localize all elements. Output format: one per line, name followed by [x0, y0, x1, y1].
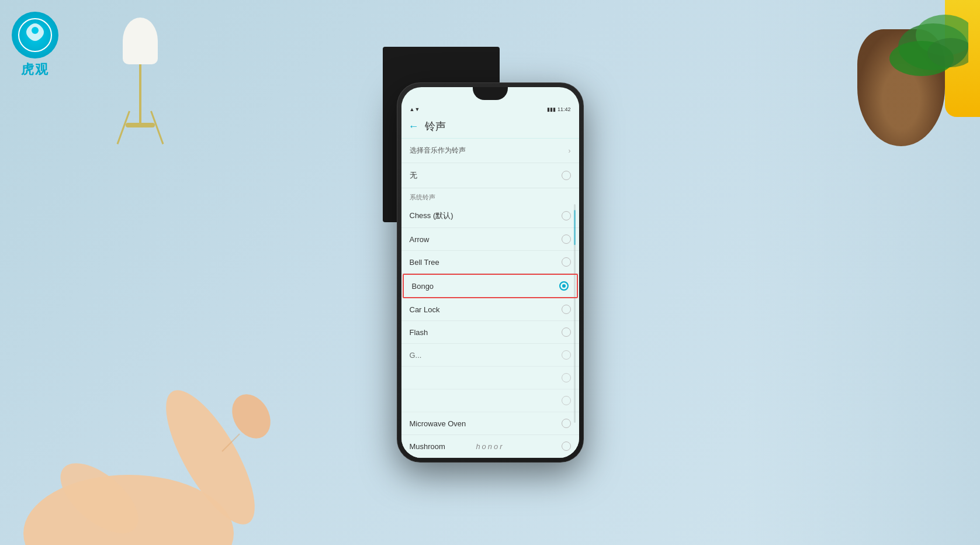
battery-icon: ▮▮▮: [547, 106, 556, 112]
radio-car-lock[interactable]: [562, 305, 571, 314]
radio-microwave-oven[interactable]: [562, 419, 571, 428]
ringtone-item-arrow[interactable]: Arrow: [401, 228, 579, 251]
ringtone-name-bell-tree: Bell Tree: [410, 258, 439, 267]
ringtone-item-car-lock[interactable]: Car Lock: [401, 298, 579, 321]
ringtone-name-chess: Chess (默认): [410, 211, 453, 221]
music-select-row[interactable]: 选择音乐作为铃声 ›: [401, 139, 579, 163]
ringtone-item-chess[interactable]: Chess (默认): [401, 204, 579, 228]
status-right: ▮▮▮ 11:42: [547, 106, 571, 112]
radio-partial-2[interactable]: [562, 373, 571, 382]
none-label: 无: [410, 170, 417, 181]
ringtone-list: Chess (默认) Arrow Bell Tree: [401, 204, 579, 458]
lamp-leg-right: [150, 111, 164, 144]
signal-icon: ▲▼: [410, 106, 420, 112]
phone-screen: ▲▼ ▮▮▮ 11:42 ← 铃声 选择音乐作为铃声 ›: [401, 87, 579, 458]
logo-icon: [12, 12, 58, 58]
phone-wrapper: ▲▼ ▮▮▮ 11:42 ← 铃声 选择音乐作为铃声 ›: [397, 82, 584, 463]
lamp-base: [126, 123, 155, 127]
ringtone-item-bell-tree[interactable]: Bell Tree: [401, 251, 579, 274]
logo-area: 虎观: [12, 12, 58, 78]
ringtone-item-microwave-oven[interactable]: Microwave Oven: [401, 412, 579, 435]
ringtone-name-car-lock: Car Lock: [410, 305, 440, 314]
radio-chess[interactable]: [562, 211, 571, 220]
page-title: 铃声: [425, 119, 446, 133]
none-radio-button[interactable]: [562, 171, 571, 180]
back-button[interactable]: ←: [408, 120, 419, 133]
lamp-head: [123, 18, 158, 64]
lamp-leg-left: [117, 111, 130, 144]
ringtone-name-bongo: Bongo: [412, 282, 434, 291]
phone-device: ▲▼ ▮▮▮ 11:42 ← 铃声 选择音乐作为铃声 ›: [397, 82, 584, 463]
none-option-row[interactable]: 无: [401, 163, 579, 188]
system-ringtones-label: 系统铃声: [401, 188, 579, 204]
logo-text: 虎观: [21, 61, 49, 78]
app-header: ← 铃声: [401, 115, 579, 139]
ringtone-item-flash[interactable]: Flash: [401, 321, 579, 344]
radio-bongo[interactable]: [559, 281, 569, 291]
radio-partial-3[interactable]: [562, 396, 571, 405]
ringtone-name-partial-1: G...: [410, 351, 422, 360]
status-bar: ▲▼ ▮▮▮ 11:42: [401, 104, 579, 115]
ringtone-item-partial-2[interactable]: [401, 367, 579, 389]
radio-bell-tree[interactable]: [562, 257, 571, 267]
radio-arrow[interactable]: [562, 234, 571, 244]
phone-screen-container: ▲▼ ▮▮▮ 11:42 ← 铃声 选择音乐作为铃声 ›: [401, 87, 579, 458]
ringtone-item-partial-3[interactable]: [401, 389, 579, 412]
ringtone-item-bongo[interactable]: Bongo: [403, 274, 578, 298]
ringtone-name-flash: Flash: [410, 328, 428, 337]
svg-point-1: [32, 27, 39, 34]
ringtone-item-partial-1[interactable]: G...: [401, 344, 579, 367]
ringtone-name-microwave-oven: Microwave Oven: [410, 419, 466, 428]
phone-notch: [473, 87, 508, 100]
radio-partial-1[interactable]: [562, 350, 571, 360]
lamp-decoration: [117, 18, 164, 146]
green-plant: [851, 0, 968, 94]
time-display: 11:42: [557, 106, 571, 112]
status-signal: ▲▼: [410, 106, 420, 112]
phone-brand-label: honor: [401, 442, 579, 451]
ringtone-name-arrow: Arrow: [410, 235, 430, 244]
chevron-right-icon: ›: [569, 147, 571, 155]
radio-flash[interactable]: [562, 327, 571, 337]
right-decoration: [746, 0, 980, 545]
lamp-stand: [139, 64, 141, 123]
music-select-label: 选择音乐作为铃声: [410, 146, 466, 156]
